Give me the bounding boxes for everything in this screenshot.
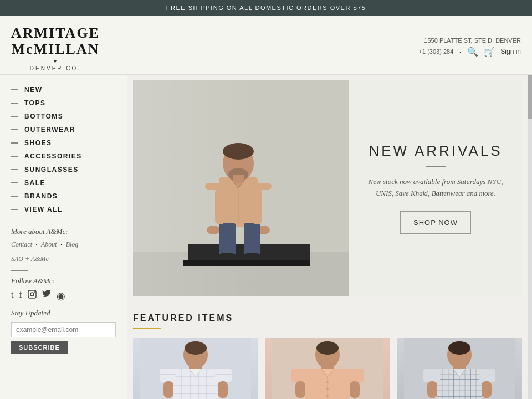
svg-rect-38: [215, 369, 232, 382]
sidebar-item-outerwear[interactable]: OUTERWEAR: [0, 123, 127, 136]
product-img-1: [133, 338, 258, 399]
sidebar-label-shoes: SHOES: [24, 139, 52, 147]
logo-chevron: ▾: [11, 58, 100, 64]
nav-bullet: [11, 116, 18, 117]
sidebar-nav: NEW TOPS BOTTOMS OUTERWEAR SHOES ACCESSO…: [0, 83, 127, 216]
cart-icon[interactable]: 🛒: [484, 47, 495, 57]
header: ARMITAGE McMILLAN ▾ DENVER CO. 1550 PLAT…: [0, 16, 532, 75]
svg-rect-14: [219, 223, 236, 257]
svg-rect-79: [482, 381, 492, 398]
sidebar-divider: [11, 270, 28, 271]
svg-point-59: [448, 341, 470, 355]
scrollbar-thumb[interactable]: [528, 75, 532, 119]
sidebar-item-shoes[interactable]: SHOES: [0, 136, 127, 150]
featured-underline: [133, 328, 161, 329]
nav-bullet: [11, 196, 18, 197]
facebook-icon[interactable]: f: [19, 290, 22, 302]
blog-link[interactable]: Blog: [66, 241, 79, 250]
sign-in-link[interactable]: Sign in: [500, 48, 521, 55]
sidebar-label-tops: TOPS: [24, 99, 45, 107]
other-social-icon[interactable]: ◉: [57, 290, 65, 302]
svg-rect-54: [347, 369, 364, 382]
sidebar-item-sunglasses[interactable]: SUNGLASSES: [0, 163, 127, 176]
product-img-2: [265, 338, 390, 399]
svg-rect-55: [295, 381, 305, 398]
nav-bullet: [11, 182, 18, 183]
sidebar-item-bottoms[interactable]: BOTTOMS: [0, 110, 127, 123]
hero-text: NEW ARRIVALS New stock now available fro…: [349, 80, 522, 296]
logo-sub: DENVER CO.: [11, 65, 100, 71]
svg-point-26: [185, 341, 207, 355]
sidebar-item-accessories[interactable]: ACCESSORIES: [0, 150, 127, 163]
logo[interactable]: ARMITAGE McMILLAN ▾ DENVER CO.: [11, 20, 100, 74]
header-icons: +1 (303) 284 · 🔍 🛒 Sign in: [419, 46, 521, 58]
svg-rect-42: [218, 381, 228, 398]
sidebar-item-tops[interactable]: TOPS: [0, 96, 127, 110]
address-text: 1550 PLATTE ST, STE D, DENVER: [424, 37, 521, 44]
sidebar-label-sunglasses: SUNGLASSES: [24, 166, 79, 173]
svg-point-12: [207, 226, 220, 234]
about-link[interactable]: About: [41, 241, 57, 250]
sidebar-item-brands[interactable]: BRANDS: [0, 190, 127, 203]
sidebar-label-sale: SALE: [24, 179, 45, 187]
hero-description: New stock now available from Saturdays N…: [366, 176, 505, 200]
contact-link[interactable]: Contact: [11, 241, 32, 250]
hero-divider: [426, 166, 446, 167]
svg-rect-77: [479, 369, 495, 382]
tumblr-icon[interactable]: t: [11, 290, 13, 302]
svg-rect-0: [28, 290, 36, 298]
svg-point-51: [326, 395, 329, 397]
sidebar: NEW TOPS BOTTOMS OUTERWEAR SHOES ACCESSO…: [0, 75, 127, 399]
header-right: 1550 PLATTE ST, STE D, DENVER +1 (303) 2…: [419, 37, 521, 58]
hero-image: [133, 80, 349, 296]
svg-rect-21: [233, 175, 244, 183]
svg-point-1: [30, 293, 34, 296]
svg-point-16: [217, 253, 237, 260]
search-icon[interactable]: 🔍: [467, 47, 478, 57]
sidebar-item-new[interactable]: NEW: [0, 83, 127, 96]
svg-point-45: [316, 341, 339, 355]
nav-bullet: [11, 142, 18, 144]
svg-point-49: [326, 381, 329, 383]
product-img-3: [397, 338, 522, 399]
dot-separator: ·: [459, 46, 462, 58]
shop-now-button[interactable]: SHOP NOW: [400, 211, 471, 234]
subscribe-button[interactable]: SUBSCRIBE: [11, 341, 68, 354]
svg-rect-78: [427, 381, 437, 398]
svg-point-17: [242, 253, 262, 260]
sidebar-label-outerwear: OUTERWEAR: [24, 126, 75, 134]
follow-title: Follow A&Mc:: [11, 277, 116, 285]
svg-rect-7: [183, 260, 310, 266]
product-card-1[interactable]: [133, 338, 258, 399]
nav-bullet: [11, 103, 18, 104]
featured-section: FEATURED ITEMS: [127, 302, 528, 399]
sidebar-item-sale[interactable]: SALE: [0, 176, 127, 190]
nav-bullet: [11, 156, 18, 157]
sidebar-links: Contact · About · Blog: [11, 241, 116, 250]
svg-point-19: [223, 143, 254, 160]
about-title: More about A&Mc:: [11, 227, 116, 236]
main-layout: NEW TOPS BOTTOMS OUTERWEAR SHOES ACCESSO…: [0, 75, 532, 399]
banner-text: FREE SHIPPING ON ALL DOMESTIC ORDERS OVE…: [166, 4, 366, 11]
product-card-2[interactable]: [265, 338, 390, 399]
svg-rect-37: [160, 369, 176, 382]
sao-link[interactable]: SAO + A&Mc: [11, 255, 116, 263]
sidebar-item-view-all[interactable]: VIEW ALL: [0, 203, 127, 216]
phone-text: +1 (303) 284: [419, 48, 454, 55]
twitter-icon[interactable]: [42, 290, 51, 302]
sidebar-label-view-all: VIEW ALL: [24, 206, 63, 213]
nav-bullet: [11, 89, 18, 90]
nav-bullet: [11, 209, 18, 210]
hero-section: NEW ARRIVALS New stock now available fro…: [133, 80, 522, 296]
featured-title: FEATURED ITEMS: [133, 313, 522, 323]
svg-rect-41: [163, 381, 173, 398]
svg-rect-22: [215, 188, 225, 224]
product-card-3[interactable]: [397, 338, 522, 399]
sidebar-label-bottoms: BOTTOMS: [24, 112, 63, 120]
email-input[interactable]: [11, 322, 116, 337]
scrollbar[interactable]: [528, 75, 532, 399]
svg-rect-53: [291, 369, 308, 382]
social-icons: t f ◉: [11, 290, 116, 302]
main-content: NEW ARRIVALS New stock now available fro…: [127, 75, 528, 399]
instagram-icon[interactable]: [28, 290, 37, 302]
